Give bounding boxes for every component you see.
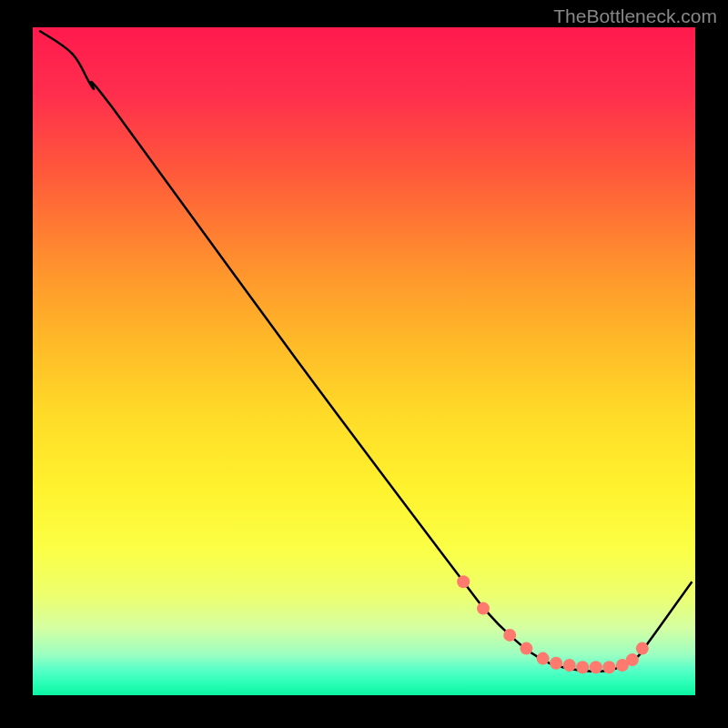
data-point-marker bbox=[550, 657, 562, 670]
data-point-marker bbox=[520, 642, 532, 655]
watermark-text: TheBottleneck.com bbox=[553, 5, 717, 27]
data-point-marker bbox=[503, 629, 516, 642]
data-point-marker bbox=[576, 661, 589, 673]
data-point-marker bbox=[636, 642, 649, 655]
curve-line bbox=[39, 31, 692, 672]
markers-group bbox=[457, 575, 649, 673]
data-point-marker bbox=[477, 602, 490, 615]
data-point-marker bbox=[626, 653, 639, 666]
data-point-marker bbox=[590, 661, 602, 673]
data-point-marker bbox=[537, 652, 550, 665]
data-point-marker bbox=[457, 575, 470, 588]
chart-svg bbox=[33, 27, 695, 695]
data-point-marker bbox=[602, 661, 615, 673]
plot-area bbox=[33, 27, 695, 695]
data-point-marker bbox=[563, 659, 576, 672]
